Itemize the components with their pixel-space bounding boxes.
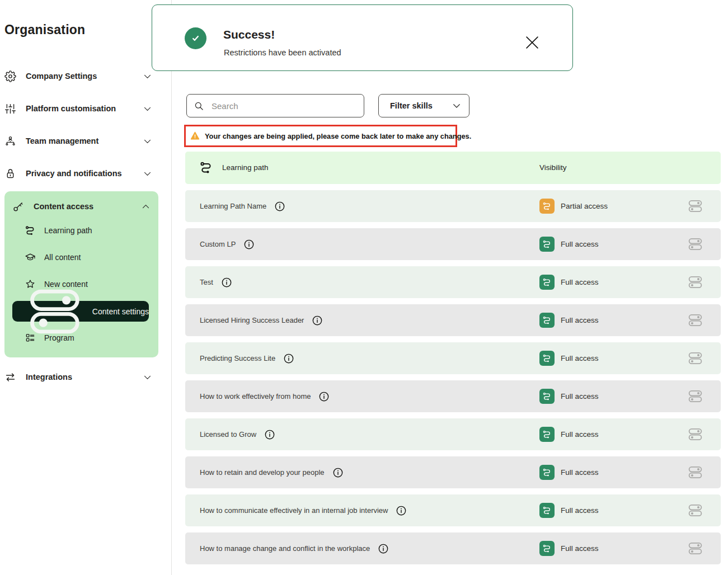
table-header: Learning path Visibility xyxy=(185,152,721,184)
sidebar-item-label: Integrations xyxy=(26,373,133,381)
info-icon[interactable] xyxy=(264,428,275,441)
table-row[interactable]: Custom LP Full access xyxy=(185,228,721,260)
access-badge xyxy=(539,313,555,328)
access-label: Full access xyxy=(561,278,599,286)
table-row[interactable]: Licensed Hiring Success Leader Full acce… xyxy=(185,304,721,336)
route-icon xyxy=(542,315,552,325)
gear-icon xyxy=(4,70,16,82)
table-row[interactable]: How to manage change and conflict in the… xyxy=(185,532,721,564)
info-icon[interactable] xyxy=(318,390,330,403)
table-row[interactable]: Learning Path Name Partial access xyxy=(185,190,721,222)
route-icon xyxy=(542,430,552,439)
table-row[interactable]: Predicting Success Lite Full access xyxy=(185,342,721,374)
sidebar-item-privacy-notifications[interactable]: Privacy and notifications xyxy=(4,166,152,181)
toggles-icon[interactable] xyxy=(687,502,703,519)
row-name: Test xyxy=(200,278,213,286)
toggles-icon[interactable] xyxy=(687,350,703,366)
access-badge xyxy=(539,351,555,366)
success-check-circle xyxy=(185,27,206,49)
search-box xyxy=(186,94,364,117)
chevron-down-icon[interactable] xyxy=(143,169,152,178)
sidebar-item-learning-path[interactable]: Learning path xyxy=(25,223,92,238)
route-icon xyxy=(542,392,552,401)
sidebar-item-platform-customisation[interactable]: Platform customisation xyxy=(4,101,152,116)
route-icon xyxy=(542,468,552,477)
info-icon[interactable] xyxy=(396,505,407,517)
access-badge xyxy=(539,237,555,252)
warning-icon xyxy=(190,131,200,141)
sidebar-item-label: Team management xyxy=(26,136,133,145)
search-icon xyxy=(194,101,204,111)
sidebar-subitem-label: All content xyxy=(44,253,81,262)
sidebar-item-integrations[interactable]: Integrations xyxy=(4,370,152,384)
table-row[interactable]: Test Full access xyxy=(185,266,721,298)
info-icon[interactable] xyxy=(283,352,294,365)
sidebar-subitem-label: Content settings xyxy=(92,307,149,316)
visibility-cell: Full access xyxy=(539,342,599,374)
row-name: How to retain and develop your people xyxy=(200,468,325,477)
warning-text: Your changes are being applied, please c… xyxy=(205,132,471,140)
route-icon xyxy=(542,239,552,249)
sidebar-subitem-label: Program xyxy=(44,333,74,342)
lock-icon xyxy=(4,168,16,180)
toggles-icon[interactable] xyxy=(687,464,703,480)
visibility-cell: Partial access xyxy=(539,190,608,222)
row-name: Custom LP xyxy=(200,240,236,248)
chevron-up-icon[interactable] xyxy=(141,202,151,211)
route-icon xyxy=(25,225,36,236)
info-icon[interactable] xyxy=(378,543,389,555)
graduation-cap-icon xyxy=(25,252,36,263)
sidebar-item-content-settings[interactable]: Content settings xyxy=(12,301,149,322)
sidebar-subitem-label: Learning path xyxy=(44,226,92,235)
access-label: Full access xyxy=(561,240,599,248)
info-icon[interactable] xyxy=(274,200,285,213)
table-row[interactable]: How to retain and develop your people Fu… xyxy=(185,456,721,488)
row-name: How to communicate effectively in an int… xyxy=(200,506,388,515)
info-icon[interactable] xyxy=(332,466,344,479)
toggles-icon[interactable] xyxy=(687,540,703,557)
toggles-icon[interactable] xyxy=(687,312,703,328)
toggles-icon[interactable] xyxy=(687,198,703,214)
sidebar-item-label: Privacy and notifications xyxy=(26,169,133,178)
table-row[interactable]: How to communicate effectively in an int… xyxy=(185,494,721,526)
access-badge xyxy=(539,541,555,556)
toggles-icon[interactable] xyxy=(687,236,703,252)
route-icon xyxy=(542,201,552,211)
route-icon xyxy=(542,354,552,363)
visibility-cell: Full access xyxy=(539,228,599,260)
row-name: Predicting Success Lite xyxy=(200,354,275,362)
success-toast: Success! Restrictions have been activate… xyxy=(152,4,573,71)
table-row[interactable]: How to work effectively from home Full a… xyxy=(185,380,721,412)
sidebar: Organisation Company Settings Platform c… xyxy=(0,0,172,575)
sidebar-item-content-access[interactable]: Content access xyxy=(12,199,151,214)
row-name: Learning Path Name xyxy=(200,202,266,210)
chevron-down-icon[interactable] xyxy=(143,72,152,81)
info-icon[interactable] xyxy=(312,314,323,327)
toggles-icon[interactable] xyxy=(687,426,703,442)
access-badge xyxy=(539,199,555,214)
chevron-down-icon[interactable] xyxy=(143,373,152,382)
close-icon[interactable] xyxy=(523,33,542,52)
toggles-icon[interactable] xyxy=(687,274,703,290)
chevron-down-icon[interactable] xyxy=(143,104,152,114)
route-icon xyxy=(542,277,552,287)
access-label: Full access xyxy=(561,354,599,362)
sidebar-item-all-content[interactable]: All content xyxy=(25,250,81,265)
access-label: Full access xyxy=(561,392,599,400)
visibility-cell: Full access xyxy=(539,266,599,298)
info-icon[interactable] xyxy=(243,238,255,251)
search-input[interactable] xyxy=(210,101,357,111)
learning-path-table: Learning path Visibility Learning Path N… xyxy=(185,152,721,571)
chevron-down-icon[interactable] xyxy=(143,136,152,146)
filter-skills-label: Filter skills xyxy=(390,101,433,110)
sidebar-item-program[interactable]: Program xyxy=(25,331,74,345)
toggles-icon[interactable] xyxy=(687,388,703,404)
content-access-panel: Content access Learning path All content… xyxy=(4,191,158,357)
sidebar-item-team-management[interactable]: Team management xyxy=(4,134,152,148)
info-icon[interactable] xyxy=(221,276,232,289)
access-badge xyxy=(539,389,555,404)
table-row[interactable]: Licensed to Grow Full access xyxy=(185,418,721,450)
sidebar-item-company-settings[interactable]: Company Settings xyxy=(4,69,152,83)
filter-skills-dropdown[interactable]: Filter skills xyxy=(378,94,469,117)
arrows-icon xyxy=(4,371,16,383)
